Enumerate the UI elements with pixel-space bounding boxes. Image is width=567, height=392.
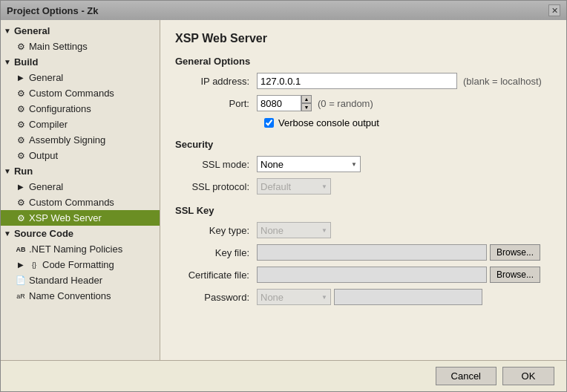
sidebar-item-output[interactable]: ⚙ Output xyxy=(1,148,160,163)
close-button[interactable]: ✕ xyxy=(548,4,560,16)
port-row: Port: ▲ ▼ (0 = random) xyxy=(175,95,551,111)
sidebar-section-general[interactable]: ▼ General xyxy=(1,23,160,39)
security-section: Security xyxy=(175,139,551,150)
az-icon: aR xyxy=(16,291,26,301)
sidebar-section-build-label: Build xyxy=(14,56,39,68)
play-icon: ▶ xyxy=(16,73,26,83)
password-label: Password: xyxy=(175,292,257,303)
ip-hint: (blank = localhost) xyxy=(463,76,542,87)
ssl-mode-dropdown-wrapper: None Required Optional xyxy=(257,156,361,172)
password-input[interactable] xyxy=(334,289,482,305)
ip-address-label: IP address: xyxy=(175,76,257,87)
port-spinner[interactable]: ▲ ▼ xyxy=(301,95,312,111)
verbose-checkbox[interactable] xyxy=(264,118,274,128)
sidebar-item-label: .NET Naming Policies xyxy=(29,244,122,255)
dialog-title: Project Options - Zk xyxy=(7,5,99,16)
main-panel: XSP Web Server General Options IP addres… xyxy=(160,20,566,360)
password-row: Password: None xyxy=(175,289,551,305)
key-file-row: Key file: Browse... xyxy=(175,244,551,261)
dialog: Project Options - Zk ✕ ▼ General ⚙ Main … xyxy=(0,0,567,392)
ssl-protocol-row: SSL protocol: Default xyxy=(175,178,551,195)
ab-icon: AB xyxy=(16,244,26,255)
cert-file-row: Certificate file: Browse... xyxy=(175,267,551,283)
verbose-row: Verbose console output xyxy=(264,117,551,128)
sidebar-item-build-general[interactable]: ▶ General xyxy=(1,70,160,85)
sidebar-item-standard-header[interactable]: 📄 Standard Header xyxy=(1,272,160,288)
sidebar-item-label: Custom Commands xyxy=(29,197,114,208)
ssl-protocol-dropdown[interactable]: Default xyxy=(257,178,331,195)
sidebar-item-run-general[interactable]: ▶ General xyxy=(1,179,160,195)
browse-key-button[interactable]: Browse... xyxy=(490,244,540,261)
gear-icon: ⚙ xyxy=(16,151,26,161)
page-icon: 📄 xyxy=(16,275,26,286)
ok-button[interactable]: OK xyxy=(502,367,554,385)
sidebar-item-label: General xyxy=(29,181,63,192)
sidebar-item-run-custom-commands[interactable]: ⚙ Custom Commands xyxy=(1,195,160,210)
key-type-row: Key type: None xyxy=(175,222,551,238)
sidebar-item-assembly-signing[interactable]: ⚙ Assembly Signing xyxy=(1,132,160,148)
sidebar-section-source-code-label: Source Code xyxy=(14,228,73,239)
sidebar-item-main-settings[interactable]: ⚙ Main Settings xyxy=(1,39,160,54)
key-type-dropdown-wrapper: None xyxy=(257,222,331,238)
arrow-icon: ▼ xyxy=(4,27,11,35)
ssl-mode-label: SSL mode: xyxy=(175,159,257,170)
port-input[interactable] xyxy=(257,95,301,111)
sidebar-item-custom-commands[interactable]: ⚙ Custom Commands xyxy=(1,85,160,101)
sidebar-section-source-code[interactable]: ▼ Source Code xyxy=(1,226,160,241)
port-hint: (0 = random) xyxy=(318,98,373,109)
sidebar-item-configurations[interactable]: ⚙ Configurations xyxy=(1,101,160,117)
key-type-dropdown[interactable]: None xyxy=(257,222,331,238)
sidebar-item-label: XSP Web Server xyxy=(29,212,102,223)
ssl-protocol-dropdown-wrapper: Default xyxy=(257,178,331,195)
sidebar-item-name-conventions[interactable]: aR Name Conventions xyxy=(1,288,160,304)
sidebar-item-label: Configurations xyxy=(29,103,91,114)
sidebar-item-label: Code Formatting xyxy=(42,259,114,270)
port-up-button[interactable]: ▲ xyxy=(301,95,312,103)
password-mode-dropdown[interactable]: None xyxy=(257,289,331,305)
sidebar-section-run[interactable]: ▼ Run xyxy=(1,163,160,179)
sidebar-item-label: Assembly Signing xyxy=(29,134,105,146)
arrow-icon: ▼ xyxy=(4,58,11,66)
cert-file-input[interactable] xyxy=(257,267,487,283)
browse-cert-button[interactable]: Browse... xyxy=(490,267,540,283)
sidebar-item-compiler[interactable]: ⚙ Compiler xyxy=(1,117,160,132)
panel-title: XSP Web Server xyxy=(175,32,551,45)
sidebar-item-label: General xyxy=(29,72,63,83)
code-icon: {} xyxy=(29,260,39,270)
ssl-mode-row: SSL mode: None Required Optional xyxy=(175,156,551,172)
sidebar-item-label: Compiler xyxy=(29,119,68,130)
key-file-input[interactable] xyxy=(257,244,487,261)
expand-icon: ▶ xyxy=(16,260,26,270)
gear-icon: ⚙ xyxy=(16,197,26,208)
sidebar-section-build[interactable]: ▼ Build xyxy=(1,54,160,70)
general-options-section: General Options xyxy=(175,56,551,67)
play-icon: ▶ xyxy=(16,182,26,192)
sidebar-section-general-label: General xyxy=(14,25,50,36)
port-down-button[interactable]: ▼ xyxy=(301,103,312,111)
sidebar-item-code-formatting[interactable]: ▶ {} Code Formatting xyxy=(1,257,160,272)
gear-icon: ⚙ xyxy=(16,213,26,223)
ssl-mode-dropdown[interactable]: None Required Optional xyxy=(257,156,361,172)
sidebar-item-naming-policies[interactable]: AB .NET Naming Policies xyxy=(1,241,160,257)
sidebar-item-label: Name Conventions xyxy=(29,290,111,301)
cancel-button[interactable]: Cancel xyxy=(436,367,496,385)
gear-icon: ⚙ xyxy=(16,135,26,146)
password-mode-dropdown-wrapper: None xyxy=(257,289,331,305)
footer: Cancel OK xyxy=(1,360,566,391)
sidebar: ▼ General ⚙ Main Settings ▼ Build ▶ Gene… xyxy=(1,20,160,360)
port-label: Port: xyxy=(175,98,257,109)
ip-address-row: IP address: (blank = localhost) xyxy=(175,73,551,89)
port-wrapper: ▲ ▼ xyxy=(257,95,312,111)
verbose-label: Verbose console output xyxy=(278,117,379,128)
key-type-label: Key type: xyxy=(175,225,257,236)
ssl-key-section: SSL Key xyxy=(175,205,551,216)
sidebar-item-label: Standard Header xyxy=(29,275,102,286)
gear-icon: ⚙ xyxy=(16,42,26,52)
sidebar-section-run-label: Run xyxy=(14,166,33,177)
sidebar-item-xsp-web-server[interactable]: ⚙ XSP Web Server xyxy=(1,210,160,226)
ip-address-input[interactable] xyxy=(257,73,457,89)
sidebar-item-label: Output xyxy=(29,150,58,161)
arrow-icon: ▼ xyxy=(4,167,11,175)
arrow-icon: ▼ xyxy=(4,229,11,238)
gear-icon: ⚙ xyxy=(16,88,26,99)
